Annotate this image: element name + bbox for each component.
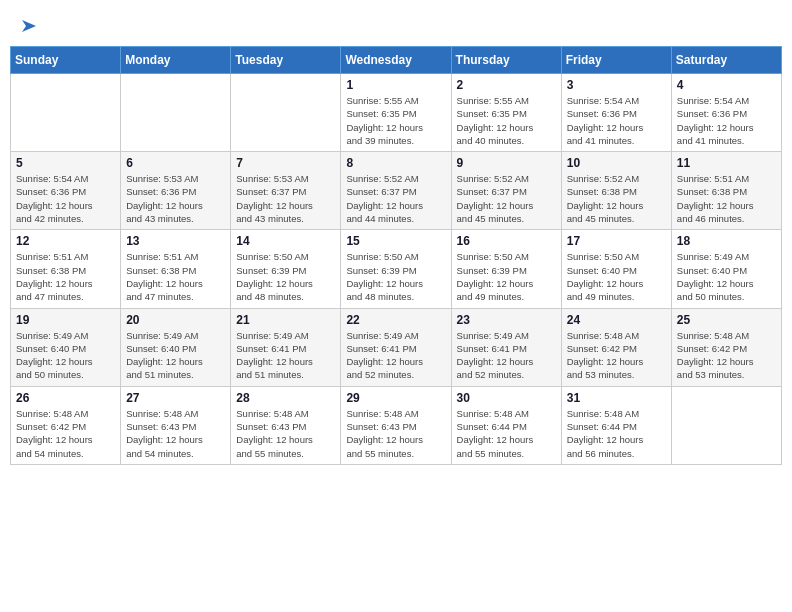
day-number: 31 — [567, 391, 666, 405]
calendar-cell — [121, 74, 231, 152]
calendar-week-4: 19Sunrise: 5:49 AMSunset: 6:40 PMDayligh… — [11, 308, 782, 386]
calendar-cell: 19Sunrise: 5:49 AMSunset: 6:40 PMDayligh… — [11, 308, 121, 386]
calendar-cell: 31Sunrise: 5:48 AMSunset: 6:44 PMDayligh… — [561, 386, 671, 464]
page-header — [10, 10, 782, 42]
day-number: 6 — [126, 156, 225, 170]
day-info: Sunrise: 5:49 AMSunset: 6:40 PMDaylight:… — [126, 329, 225, 382]
calendar-cell: 26Sunrise: 5:48 AMSunset: 6:42 PMDayligh… — [11, 386, 121, 464]
calendar-cell: 13Sunrise: 5:51 AMSunset: 6:38 PMDayligh… — [121, 230, 231, 308]
day-number: 20 — [126, 313, 225, 327]
calendar-cell: 7Sunrise: 5:53 AMSunset: 6:37 PMDaylight… — [231, 152, 341, 230]
logo — [20, 18, 38, 38]
day-info: Sunrise: 5:49 AMSunset: 6:40 PMDaylight:… — [677, 250, 776, 303]
day-info: Sunrise: 5:55 AMSunset: 6:35 PMDaylight:… — [457, 94, 556, 147]
logo-bird-icon — [22, 18, 38, 38]
weekday-header-friday: Friday — [561, 47, 671, 74]
weekday-header-monday: Monday — [121, 47, 231, 74]
calendar-cell: 23Sunrise: 5:49 AMSunset: 6:41 PMDayligh… — [451, 308, 561, 386]
day-number: 12 — [16, 234, 115, 248]
weekday-header-saturday: Saturday — [671, 47, 781, 74]
day-number: 3 — [567, 78, 666, 92]
calendar-cell: 21Sunrise: 5:49 AMSunset: 6:41 PMDayligh… — [231, 308, 341, 386]
calendar-cell: 25Sunrise: 5:48 AMSunset: 6:42 PMDayligh… — [671, 308, 781, 386]
day-info: Sunrise: 5:54 AMSunset: 6:36 PMDaylight:… — [16, 172, 115, 225]
day-info: Sunrise: 5:51 AMSunset: 6:38 PMDaylight:… — [677, 172, 776, 225]
day-info: Sunrise: 5:54 AMSunset: 6:36 PMDaylight:… — [677, 94, 776, 147]
day-number: 24 — [567, 313, 666, 327]
calendar-cell: 22Sunrise: 5:49 AMSunset: 6:41 PMDayligh… — [341, 308, 451, 386]
calendar-week-5: 26Sunrise: 5:48 AMSunset: 6:42 PMDayligh… — [11, 386, 782, 464]
day-info: Sunrise: 5:48 AMSunset: 6:44 PMDaylight:… — [567, 407, 666, 460]
calendar-cell: 10Sunrise: 5:52 AMSunset: 6:38 PMDayligh… — [561, 152, 671, 230]
day-number: 9 — [457, 156, 556, 170]
day-number: 28 — [236, 391, 335, 405]
calendar-cell: 1Sunrise: 5:55 AMSunset: 6:35 PMDaylight… — [341, 74, 451, 152]
day-info: Sunrise: 5:48 AMSunset: 6:44 PMDaylight:… — [457, 407, 556, 460]
day-info: Sunrise: 5:52 AMSunset: 6:38 PMDaylight:… — [567, 172, 666, 225]
svg-marker-0 — [22, 20, 36, 32]
calendar-cell — [11, 74, 121, 152]
day-info: Sunrise: 5:48 AMSunset: 6:43 PMDaylight:… — [236, 407, 335, 460]
day-number: 30 — [457, 391, 556, 405]
calendar-cell: 3Sunrise: 5:54 AMSunset: 6:36 PMDaylight… — [561, 74, 671, 152]
day-info: Sunrise: 5:51 AMSunset: 6:38 PMDaylight:… — [126, 250, 225, 303]
day-info: Sunrise: 5:50 AMSunset: 6:39 PMDaylight:… — [346, 250, 445, 303]
calendar-week-2: 5Sunrise: 5:54 AMSunset: 6:36 PMDaylight… — [11, 152, 782, 230]
day-number: 23 — [457, 313, 556, 327]
day-number: 19 — [16, 313, 115, 327]
day-info: Sunrise: 5:49 AMSunset: 6:41 PMDaylight:… — [236, 329, 335, 382]
day-info: Sunrise: 5:49 AMSunset: 6:41 PMDaylight:… — [346, 329, 445, 382]
calendar-cell: 11Sunrise: 5:51 AMSunset: 6:38 PMDayligh… — [671, 152, 781, 230]
calendar-cell: 27Sunrise: 5:48 AMSunset: 6:43 PMDayligh… — [121, 386, 231, 464]
day-info: Sunrise: 5:50 AMSunset: 6:39 PMDaylight:… — [236, 250, 335, 303]
day-info: Sunrise: 5:50 AMSunset: 6:39 PMDaylight:… — [457, 250, 556, 303]
calendar-cell: 29Sunrise: 5:48 AMSunset: 6:43 PMDayligh… — [341, 386, 451, 464]
calendar-cell: 16Sunrise: 5:50 AMSunset: 6:39 PMDayligh… — [451, 230, 561, 308]
day-number: 15 — [346, 234, 445, 248]
calendar-table: SundayMondayTuesdayWednesdayThursdayFrid… — [10, 46, 782, 465]
calendar-cell: 17Sunrise: 5:50 AMSunset: 6:40 PMDayligh… — [561, 230, 671, 308]
day-info: Sunrise: 5:50 AMSunset: 6:40 PMDaylight:… — [567, 250, 666, 303]
calendar-week-3: 12Sunrise: 5:51 AMSunset: 6:38 PMDayligh… — [11, 230, 782, 308]
day-number: 7 — [236, 156, 335, 170]
day-number: 13 — [126, 234, 225, 248]
day-info: Sunrise: 5:48 AMSunset: 6:42 PMDaylight:… — [677, 329, 776, 382]
calendar-cell: 5Sunrise: 5:54 AMSunset: 6:36 PMDaylight… — [11, 152, 121, 230]
weekday-header-thursday: Thursday — [451, 47, 561, 74]
day-number: 29 — [346, 391, 445, 405]
day-info: Sunrise: 5:52 AMSunset: 6:37 PMDaylight:… — [346, 172, 445, 225]
day-number: 17 — [567, 234, 666, 248]
calendar-cell — [671, 386, 781, 464]
day-info: Sunrise: 5:53 AMSunset: 6:36 PMDaylight:… — [126, 172, 225, 225]
day-number: 16 — [457, 234, 556, 248]
calendar-cell: 8Sunrise: 5:52 AMSunset: 6:37 PMDaylight… — [341, 152, 451, 230]
day-number: 18 — [677, 234, 776, 248]
day-number: 27 — [126, 391, 225, 405]
calendar-cell: 4Sunrise: 5:54 AMSunset: 6:36 PMDaylight… — [671, 74, 781, 152]
day-info: Sunrise: 5:49 AMSunset: 6:41 PMDaylight:… — [457, 329, 556, 382]
calendar-cell: 14Sunrise: 5:50 AMSunset: 6:39 PMDayligh… — [231, 230, 341, 308]
day-info: Sunrise: 5:48 AMSunset: 6:42 PMDaylight:… — [567, 329, 666, 382]
day-info: Sunrise: 5:52 AMSunset: 6:37 PMDaylight:… — [457, 172, 556, 225]
day-number: 14 — [236, 234, 335, 248]
calendar-cell: 24Sunrise: 5:48 AMSunset: 6:42 PMDayligh… — [561, 308, 671, 386]
calendar-cell — [231, 74, 341, 152]
weekday-header-wednesday: Wednesday — [341, 47, 451, 74]
day-info: Sunrise: 5:53 AMSunset: 6:37 PMDaylight:… — [236, 172, 335, 225]
day-number: 26 — [16, 391, 115, 405]
day-info: Sunrise: 5:48 AMSunset: 6:43 PMDaylight:… — [126, 407, 225, 460]
day-info: Sunrise: 5:48 AMSunset: 6:42 PMDaylight:… — [16, 407, 115, 460]
day-info: Sunrise: 5:51 AMSunset: 6:38 PMDaylight:… — [16, 250, 115, 303]
calendar-week-1: 1Sunrise: 5:55 AMSunset: 6:35 PMDaylight… — [11, 74, 782, 152]
calendar-cell: 20Sunrise: 5:49 AMSunset: 6:40 PMDayligh… — [121, 308, 231, 386]
day-number: 4 — [677, 78, 776, 92]
calendar-cell: 9Sunrise: 5:52 AMSunset: 6:37 PMDaylight… — [451, 152, 561, 230]
weekday-header-sunday: Sunday — [11, 47, 121, 74]
day-number: 1 — [346, 78, 445, 92]
calendar-cell: 18Sunrise: 5:49 AMSunset: 6:40 PMDayligh… — [671, 230, 781, 308]
weekday-header-row: SundayMondayTuesdayWednesdayThursdayFrid… — [11, 47, 782, 74]
calendar-cell: 28Sunrise: 5:48 AMSunset: 6:43 PMDayligh… — [231, 386, 341, 464]
day-number: 5 — [16, 156, 115, 170]
day-number: 21 — [236, 313, 335, 327]
day-number: 22 — [346, 313, 445, 327]
